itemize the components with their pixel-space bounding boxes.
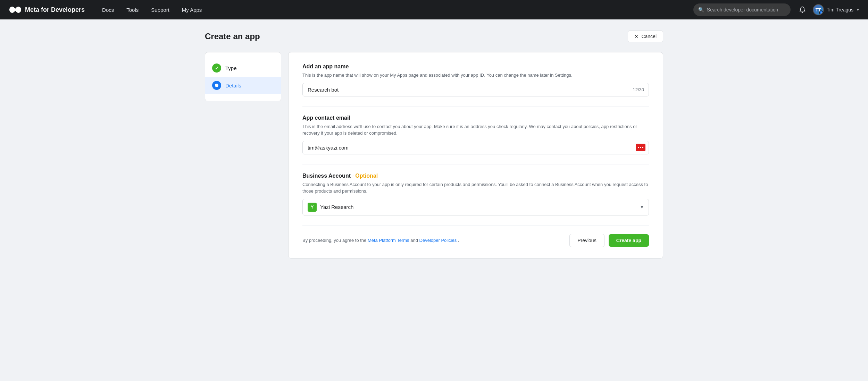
business-account-desc: Connecting a Business Account to your ap… — [302, 181, 649, 195]
user-name: Tim Treagus — [827, 7, 853, 12]
page-content: Create an app ✕ Cancel Type Details A — [191, 19, 677, 270]
create-app-button[interactable]: Create app — [609, 234, 649, 247]
nav-tools[interactable]: Tools — [120, 0, 145, 19]
notification-bell[interactable] — [796, 3, 809, 16]
step-details-label: Details — [225, 83, 241, 88]
cancel-label: Cancel — [641, 34, 657, 39]
app-name-desc: This is the app name that will show on y… — [302, 72, 649, 79]
email-dots-button[interactable] — [636, 144, 645, 151]
divider-1 — [302, 106, 649, 107]
close-icon: ✕ — [634, 34, 639, 39]
email-input[interactable] — [302, 141, 649, 154]
user-menu[interactable]: TT f Tim Treagus ▼ — [813, 4, 860, 15]
contact-email-desc: This is the email address we'll use to c… — [302, 123, 649, 137]
step-details-active-icon — [212, 81, 221, 90]
page-title: Create an app — [205, 32, 260, 41]
step-type-label: Type — [225, 65, 237, 71]
contact-email-section: App contact email This is the email addr… — [302, 115, 649, 154]
search-input[interactable] — [707, 7, 783, 12]
app-name-input-wrapper: 12/30 — [302, 83, 649, 96]
main-nav: Docs Tools Support My Apps — [96, 0, 693, 19]
nav-my-apps[interactable]: My Apps — [176, 0, 208, 19]
step-details[interactable]: Details — [205, 77, 281, 94]
step-type-complete-icon — [212, 64, 221, 73]
form-footer: By proceeding, you agree to the Meta Pla… — [302, 225, 649, 247]
terms-text-before: By proceeding, you agree to the — [302, 238, 368, 243]
steps-sidebar: Type Details — [205, 52, 281, 101]
search-icon: 🔍 — [698, 7, 704, 12]
avatar: TT f — [813, 4, 824, 15]
previous-button[interactable]: Previous — [569, 234, 604, 247]
business-name: Yazi Research — [320, 204, 353, 210]
page-header: Create an app ✕ Cancel — [205, 31, 663, 42]
nav-support[interactable]: Support — [145, 0, 176, 19]
app-name-input[interactable] — [302, 83, 649, 96]
form-panel: Add an app name This is the app name tha… — [288, 52, 663, 259]
business-account-section: Business Account · Optional Connecting a… — [302, 173, 649, 215]
app-name-title: Add an app name — [302, 64, 649, 70]
terms-text-mid: and — [410, 238, 419, 243]
business-account-select-wrapper: Y Yazi Research ▼ — [302, 199, 649, 215]
user-chevron-icon: ▼ — [856, 8, 860, 12]
navbar: Meta for Developers Docs Tools Support M… — [0, 0, 868, 19]
footer-terms: By proceeding, you agree to the Meta Pla… — [302, 238, 459, 243]
developer-policies-link[interactable]: Developer Policies — [419, 238, 457, 243]
terms-text-after: . — [458, 238, 459, 243]
business-account-title: Business Account · Optional — [302, 173, 649, 179]
email-input-wrapper — [302, 141, 649, 154]
business-account-select[interactable]: Y Yazi Research — [302, 199, 649, 215]
app-name-section: Add an app name This is the app name tha… — [302, 64, 649, 96]
meta-platform-terms-link[interactable]: Meta Platform Terms — [368, 238, 409, 243]
site-logo[interactable]: Meta for Developers — [8, 6, 85, 14]
navbar-right: TT f Tim Treagus ▼ — [796, 3, 860, 16]
divider-2 — [302, 164, 649, 164]
step-type[interactable]: Type — [205, 59, 281, 77]
logo-text: Meta for Developers — [25, 6, 85, 14]
optional-label: Optional — [355, 173, 378, 179]
wizard-layout: Type Details Add an app name This is the… — [205, 52, 663, 259]
cancel-button[interactable]: ✕ Cancel — [628, 31, 663, 42]
business-avatar: Y — [308, 203, 317, 212]
search-bar: 🔍 — [693, 3, 791, 16]
footer-actions: Previous Create app — [569, 234, 649, 247]
char-count: 12/30 — [633, 87, 644, 92]
contact-email-title: App contact email — [302, 115, 649, 121]
nav-docs[interactable]: Docs — [96, 0, 120, 19]
